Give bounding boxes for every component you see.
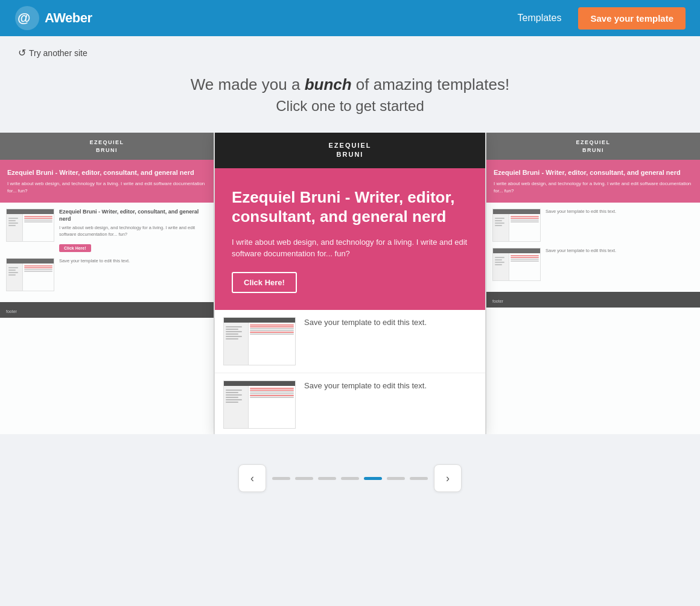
left-card-header: EZEQUIEL BRUNI bbox=[0, 133, 214, 160]
dot-2[interactable] bbox=[295, 477, 313, 480]
svg-text:@: @ bbox=[18, 10, 30, 25]
logo: @ AWeber bbox=[14, 5, 92, 31]
dot-4[interactable] bbox=[341, 477, 359, 480]
logo-text: AWeber bbox=[45, 10, 92, 26]
right-card-content: Save your template to edit this text. bbox=[486, 203, 700, 287]
left-card-pink-hero: Ezequiel Bruni - Writer, editor, consult… bbox=[0, 160, 214, 203]
center-thumbnail-2 bbox=[223, 380, 296, 429]
dot-5-active[interactable] bbox=[364, 477, 382, 480]
left-card-btn[interactable]: Click Here! bbox=[59, 244, 91, 252]
center-card-hero-btn[interactable]: Click Here! bbox=[232, 272, 297, 293]
dot-1[interactable] bbox=[272, 477, 290, 480]
dot-7[interactable] bbox=[410, 477, 428, 480]
template-card-center[interactable]: EZEQUIEL BRUNI Ezequiel Bruni - Writer, … bbox=[214, 133, 486, 434]
dot-3[interactable] bbox=[318, 477, 336, 480]
back-arrow-icon: ↺ bbox=[18, 47, 26, 58]
right-card-footer: footer bbox=[486, 292, 700, 308]
center-card-header: EZEQUIEL BRUNI bbox=[215, 133, 485, 168]
left-thumbnail-2 bbox=[6, 258, 54, 291]
left-card-title: Ezequiel Bruni - Writer, editor, consult… bbox=[59, 209, 208, 223]
right-thumbnail-1 bbox=[492, 209, 541, 242]
left-card-content: Ezequiel Bruni - Writer, editor, consult… bbox=[0, 203, 214, 297]
app-header: @ AWeber Templates Save your template bbox=[0, 0, 700, 36]
right-card-pink-hero: Ezequiel Bruni - Writer, editor, consult… bbox=[486, 160, 700, 203]
heading-main: We made you a bunch of amazing templates… bbox=[0, 75, 700, 94]
back-link-row: ↺ Try another site bbox=[0, 36, 700, 69]
left-card-footer: footer bbox=[0, 302, 214, 318]
left-thumbnail-1 bbox=[6, 209, 54, 242]
template-card-right[interactable]: EZEQUIEL BRUNI Ezequiel Bruni - Writer, … bbox=[486, 133, 700, 434]
next-button[interactable]: › bbox=[434, 464, 462, 492]
heading-sub: Click one to get started bbox=[0, 98, 700, 115]
center-card-row-2: Save your template to edit this text. bbox=[215, 373, 485, 434]
aweber-logo-icon: @ bbox=[14, 5, 40, 31]
template-card-left[interactable]: EZEQUIEL BRUNI Ezequiel Bruni - Writer, … bbox=[0, 133, 214, 434]
right-thumbnail-2 bbox=[492, 248, 541, 281]
save-template-button[interactable]: Save your template bbox=[578, 7, 686, 30]
heading-section: We made you a bunch of amazing templates… bbox=[0, 75, 700, 115]
template-carousel: EZEQUIEL BRUNI Ezequiel Bruni - Writer, … bbox=[0, 133, 700, 434]
center-thumbnail-1 bbox=[223, 317, 296, 365]
header-nav: Templates Save your template bbox=[518, 7, 686, 30]
try-another-site-link[interactable]: ↺ Try another site bbox=[18, 47, 88, 58]
prev-button[interactable]: ‹ bbox=[238, 464, 266, 492]
right-card-header: EZEQUIEL BRUNI bbox=[486, 133, 700, 160]
pagination-dots bbox=[272, 477, 428, 480]
center-card-row-1: Save your template to edit this text. bbox=[215, 310, 485, 373]
center-card-pink-hero: Ezequiel Bruni - Writer, editor, consult… bbox=[215, 168, 485, 310]
pagination-row: ‹ › bbox=[0, 464, 700, 492]
templates-nav-link[interactable]: Templates bbox=[518, 13, 562, 24]
dot-6[interactable] bbox=[387, 477, 405, 480]
